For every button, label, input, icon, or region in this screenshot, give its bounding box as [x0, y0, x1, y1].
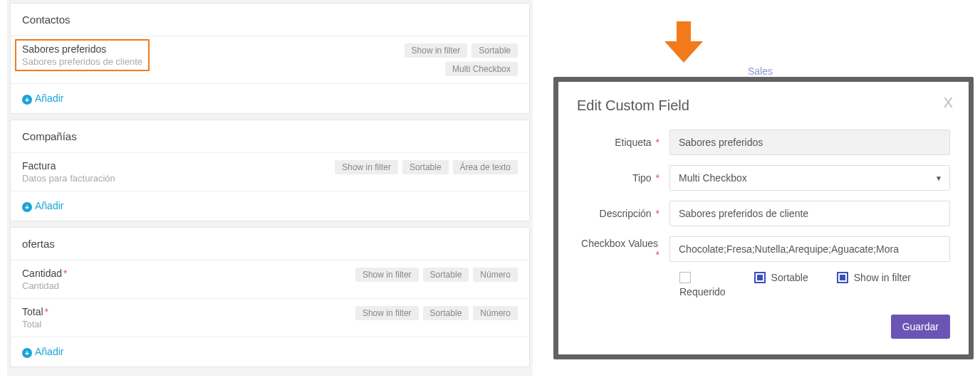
- field-info: Total* Total: [22, 306, 48, 330]
- section-contactos: Contactos Sabores preferidos Sabores pre…: [10, 3, 530, 114]
- field-desc: Datos para facturación: [22, 173, 115, 184]
- field-title-text: Total: [22, 306, 43, 317]
- field-desc: Cantidad: [22, 280, 68, 291]
- pill: Sortable: [423, 306, 469, 320]
- modal-title: Edit Custom Field: [577, 98, 950, 114]
- field-info: Factura Datos para facturación: [22, 160, 115, 184]
- field-info: Cantidad* Cantidad: [22, 268, 68, 291]
- modal-footer: Guardar: [577, 315, 950, 339]
- field-title: Cantidad*: [22, 268, 68, 279]
- field-title: Factura: [22, 160, 115, 172]
- form-label: Etiqueta *: [577, 137, 669, 148]
- required-asterisk: *: [45, 306, 48, 317]
- checkbox-options-row: Requerido Sortable Show in filter: [679, 272, 950, 297]
- add-button[interactable]: +Añadir: [11, 337, 529, 367]
- pill: Sortable: [423, 268, 469, 282]
- pill: Show in filter: [335, 160, 398, 174]
- field-desc: Sabores preferidos de cliente: [22, 56, 142, 67]
- field-row[interactable]: Sabores preferidos Sabores preferidos de…: [11, 36, 529, 84]
- check-sortable: Sortable: [754, 272, 808, 283]
- check-label: Show in filter: [854, 272, 911, 283]
- sortable-checkbox[interactable]: [754, 272, 766, 283]
- save-button[interactable]: Guardar: [891, 315, 950, 339]
- label-text: Descripción: [600, 208, 652, 219]
- close-icon[interactable]: X: [944, 95, 953, 111]
- required-asterisk: *: [653, 172, 660, 184]
- pill: Número: [473, 306, 518, 320]
- add-label: Añadir: [35, 200, 63, 211]
- pill: Show in filter: [405, 43, 468, 58]
- form-label: Checkbox Values *: [577, 238, 669, 260]
- modal-backdrop: Edit Custom Field X Etiqueta * Tipo * Mu…: [553, 77, 974, 359]
- required-asterisk: *: [653, 208, 660, 219]
- field-row[interactable]: Factura Datos para facturación Show in f…: [11, 153, 529, 191]
- field-desc: Total: [22, 319, 48, 330]
- add-label: Añadir: [35, 93, 63, 104]
- plus-icon: +: [22, 95, 32, 105]
- field-row[interactable]: Total* Total Show in filter Sortable Núm…: [11, 299, 529, 337]
- custom-fields-list: Contactos Sabores preferidos Sabores pre…: [7, 0, 533, 376]
- plus-icon: +: [22, 348, 32, 358]
- required-asterisk: *: [653, 137, 660, 148]
- section-ofertas: ofertas Cantidad* Cantidad Show in filte…: [10, 227, 530, 367]
- chevron-down-icon: ▼: [935, 174, 942, 182]
- form-label: Tipo *: [577, 172, 669, 184]
- section-header: ofertas: [11, 228, 529, 260]
- select-value: Multi Checkbox: [679, 172, 747, 184]
- section-header: Compañías: [11, 120, 529, 153]
- form-row-tipo: Tipo * Multi Checkbox ▼: [577, 165, 950, 191]
- pill: Número: [473, 268, 518, 282]
- check-label: Requerido: [679, 286, 726, 297]
- pill: Área de texto: [453, 160, 518, 174]
- form-label: Descripción *: [577, 208, 669, 219]
- add-button[interactable]: +Añadir: [11, 191, 529, 221]
- edit-custom-field-modal: Edit Custom Field X Etiqueta * Tipo * Mu…: [558, 82, 969, 354]
- field-pills: Show in filter Sortable Multi Checkbox: [333, 43, 518, 76]
- field-title-text: Cantidad: [22, 268, 62, 279]
- label-text: Tipo: [632, 172, 652, 184]
- plus-icon: +: [22, 202, 32, 212]
- form-row-checkbox-values: Checkbox Values *: [577, 236, 950, 262]
- label-text: Checkbox Values: [581, 238, 658, 249]
- pill: Sortable: [402, 160, 449, 174]
- pill: Sortable: [471, 43, 518, 58]
- required-asterisk: *: [656, 249, 660, 260]
- add-button[interactable]: +Añadir: [11, 84, 529, 113]
- form-row-etiqueta: Etiqueta *: [577, 130, 950, 155]
- bg-nav-text: Sales: [748, 65, 773, 77]
- tipo-select[interactable]: Multi Checkbox ▼: [669, 165, 950, 191]
- add-label: Añadir: [35, 346, 63, 357]
- section-header: Contactos: [11, 4, 529, 36]
- field-pills: Show in filter Sortable Número: [355, 306, 518, 320]
- check-requerido: Requerido: [679, 272, 726, 297]
- form-row-descripcion: Descripción *: [577, 201, 950, 226]
- check-show-in-filter: Show in filter: [837, 272, 911, 283]
- pill: Multi Checkbox: [445, 62, 518, 76]
- pill: Show in filter: [355, 306, 419, 320]
- field-title: Total*: [22, 306, 48, 317]
- etiqueta-field[interactable]: [669, 130, 950, 155]
- checkbox-values-field[interactable]: [669, 236, 950, 262]
- field-pills: Show in filter Sortable Área de texto: [335, 160, 518, 174]
- check-label: Sortable: [771, 272, 808, 283]
- show-in-filter-checkbox[interactable]: [837, 272, 848, 283]
- field-row[interactable]: Cantidad* Cantidad Show in filter Sortab…: [11, 260, 529, 299]
- section-companias: Compañías Factura Datos para facturación…: [10, 120, 530, 221]
- pill: Show in filter: [355, 268, 419, 282]
- required-asterisk: *: [63, 268, 67, 279]
- arrow-icon: [659, 21, 709, 64]
- descripcion-field[interactable]: [669, 201, 950, 226]
- field-info: Sabores preferidos Sabores preferidos de…: [16, 41, 148, 70]
- field-pills: Show in filter Sortable Número: [355, 268, 518, 282]
- field-title: Sabores preferidos: [22, 43, 142, 55]
- label-text: Etiqueta: [615, 137, 651, 148]
- requerido-checkbox[interactable]: [679, 272, 691, 283]
